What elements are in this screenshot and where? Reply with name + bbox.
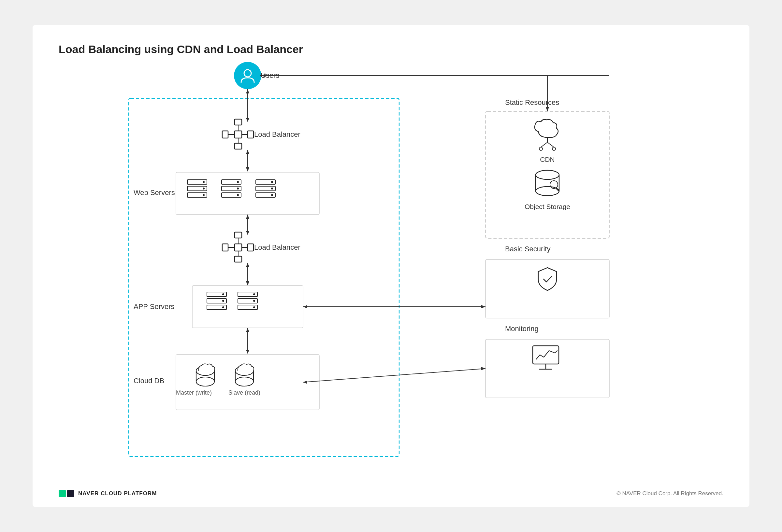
svg-marker-99 <box>481 305 486 308</box>
svg-rect-77 <box>486 111 609 238</box>
web-servers-label: Web Servers <box>134 189 175 197</box>
svg-marker-38 <box>246 231 249 235</box>
svg-marker-5 <box>246 89 249 93</box>
cdn-label: CDN <box>540 156 555 163</box>
svg-marker-16 <box>246 167 249 172</box>
svg-point-57 <box>222 300 224 302</box>
svg-marker-107 <box>481 367 486 370</box>
svg-marker-67 <box>246 328 249 332</box>
svg-point-35 <box>271 188 273 189</box>
svg-marker-98 <box>303 305 307 308</box>
svg-rect-43 <box>248 244 253 251</box>
svg-point-83 <box>536 170 559 179</box>
svg-marker-93 <box>546 107 549 111</box>
svg-rect-8 <box>222 131 228 138</box>
svg-line-105 <box>303 369 486 382</box>
basic-security-heading: Basic Security <box>505 245 550 253</box>
svg-rect-7 <box>235 119 242 125</box>
svg-marker-39 <box>246 215 249 219</box>
master-label: Master (write) <box>176 389 212 396</box>
cloud-db-label: Cloud DB <box>134 377 164 385</box>
svg-rect-6 <box>235 131 242 138</box>
svg-point-30 <box>237 194 239 196</box>
svg-point-62 <box>253 293 255 295</box>
copyright-text: © NAVER Cloud Corp. All Rights Reserved. <box>616 490 723 497</box>
svg-line-79 <box>541 142 547 147</box>
logo-dark-square <box>67 490 74 497</box>
svg-marker-4 <box>246 118 249 122</box>
svg-marker-50 <box>246 281 249 286</box>
svg-marker-66 <box>246 350 249 354</box>
static-resources-heading: Static Resources <box>505 98 559 107</box>
svg-rect-100 <box>486 339 609 398</box>
svg-point-56 <box>222 293 224 295</box>
svg-rect-68 <box>176 354 319 410</box>
svg-point-1 <box>234 62 261 89</box>
svg-marker-17 <box>246 150 249 154</box>
svg-rect-96 <box>486 260 609 318</box>
svg-rect-9 <box>248 131 253 138</box>
svg-point-81 <box>539 147 542 150</box>
svg-rect-40 <box>235 244 242 251</box>
svg-point-22 <box>203 181 205 183</box>
svg-point-24 <box>203 194 205 196</box>
lb-top-label: Load Balancer <box>254 130 300 138</box>
brand: NAVER CLOUD PLATFORM <box>59 490 157 497</box>
svg-rect-10 <box>235 143 242 149</box>
svg-rect-41 <box>235 232 242 238</box>
footer: NAVER CLOUD PLATFORM © NAVER Cloud Corp.… <box>33 490 749 497</box>
brand-name: NAVER CLOUD PLATFORM <box>78 490 157 497</box>
svg-point-36 <box>271 194 273 196</box>
svg-marker-51 <box>246 263 249 267</box>
svg-point-23 <box>203 188 205 189</box>
svg-point-82 <box>552 147 556 150</box>
svg-point-63 <box>253 300 255 302</box>
logo-green-square <box>59 490 66 497</box>
svg-rect-42 <box>222 244 228 251</box>
svg-line-80 <box>547 142 554 147</box>
brand-logo <box>59 490 74 497</box>
app-servers-label: APP Servers <box>134 302 175 311</box>
svg-point-28 <box>237 181 239 183</box>
diagram-svg: Users Load Balancer <box>33 25 749 507</box>
svg-point-29 <box>237 188 239 189</box>
lb-mid-label: Load Balancer <box>254 243 300 251</box>
monitoring-heading: Monitoring <box>505 325 539 333</box>
svg-point-64 <box>253 306 255 308</box>
svg-rect-44 <box>235 256 242 262</box>
svg-point-34 <box>271 181 273 183</box>
svg-rect-18 <box>176 172 319 215</box>
slave-label: Slave (read) <box>228 389 260 396</box>
svg-point-58 <box>222 306 224 308</box>
object-storage-label: Object Storage <box>525 203 570 210</box>
